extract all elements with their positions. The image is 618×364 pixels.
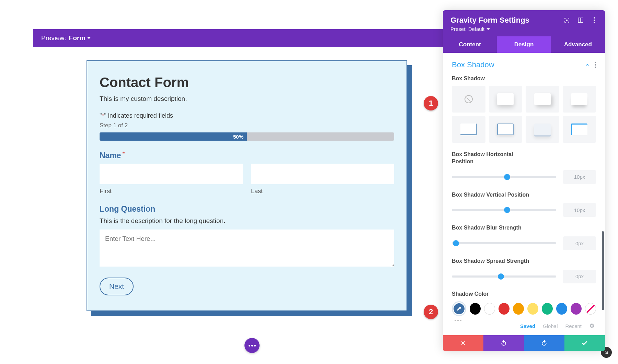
shadow-preset-4[interactable]	[452, 116, 485, 143]
preview-dropdown[interactable]: Form	[69, 34, 91, 42]
save-button[interactable]	[564, 335, 605, 351]
more-icon[interactable]	[591, 17, 597, 23]
shadow-preset-3[interactable]	[563, 86, 596, 113]
swatch-red[interactable]	[499, 303, 510, 315]
progress-pct: 50%	[233, 134, 243, 140]
settings-panel: Gravity Form Settings Preset: Default Co…	[443, 10, 605, 351]
spread-value[interactable]: 0px	[563, 270, 596, 283]
name-label: Name*	[100, 151, 394, 160]
last-name-input[interactable]	[251, 164, 394, 184]
panel-body: Box Shadow Box Shadow Box Shadow Horizon…	[443, 53, 605, 335]
panel-title: Gravity Form Settings	[450, 16, 529, 25]
layout-icon[interactable]	[577, 17, 584, 23]
preview-value: Form	[69, 34, 85, 42]
color-swatches	[452, 301, 596, 316]
swatch-blue[interactable]	[556, 303, 567, 315]
shadow-preset-6[interactable]	[526, 116, 559, 143]
shadow-preset-grid	[452, 86, 596, 143]
swatch-purple[interactable]	[571, 303, 582, 315]
swatch-white[interactable]	[484, 303, 495, 315]
collapse-icon[interactable]	[585, 62, 590, 67]
h-pos-slider[interactable]	[452, 176, 556, 178]
last-sublabel: Last	[251, 188, 394, 195]
next-button[interactable]: Next	[100, 278, 134, 295]
progress-bar: 50%	[100, 132, 394, 141]
svg-point-0	[566, 20, 568, 21]
lq-label: Long Question	[100, 204, 394, 214]
redo-button[interactable]	[524, 335, 564, 351]
color-picker-button[interactable]	[452, 301, 466, 316]
swatch-yellow[interactable]	[527, 303, 538, 315]
preview-label: Preview:	[41, 34, 66, 42]
shadow-preset-2[interactable]	[526, 86, 559, 113]
step-indicator: Step 1 of 2	[100, 122, 394, 129]
swatch-transparent[interactable]	[585, 303, 596, 315]
section-title[interactable]: Box Shadow	[452, 60, 494, 69]
panel-header: Gravity Form Settings Preset: Default	[443, 10, 605, 36]
name-sublabels: First Last	[100, 188, 394, 195]
spread-slider[interactable]	[452, 275, 556, 278]
box-shadow-label: Box Shadow	[452, 75, 596, 82]
more-colors-icon[interactable]	[455, 320, 596, 321]
shadow-preset-5[interactable]	[489, 116, 523, 143]
focus-icon[interactable]	[564, 17, 570, 23]
form-title: Contact Form	[100, 75, 394, 90]
callout-badge-1: 1	[424, 96, 438, 110]
shadow-color-label: Shadow Color	[452, 291, 596, 297]
gear-icon[interactable]	[589, 323, 595, 329]
color-tab-saved[interactable]: Saved	[520, 323, 535, 329]
chevron-down-icon	[87, 37, 91, 39]
shadow-preset-7[interactable]	[563, 116, 596, 143]
scrollbar[interactable]	[602, 231, 604, 310]
tab-advanced[interactable]: Advanced	[551, 36, 605, 53]
more-actions-button[interactable]	[244, 338, 260, 353]
section-more-icon[interactable]	[595, 62, 596, 68]
first-sublabel: First	[100, 188, 243, 195]
h-pos-value[interactable]: 10px	[563, 170, 596, 184]
color-tab-global[interactable]: Global	[543, 323, 558, 329]
lq-textarea[interactable]	[100, 230, 394, 267]
chevron-down-icon	[487, 28, 490, 30]
preview-bar: Preview: Form	[33, 29, 455, 47]
shadow-preset-none[interactable]	[452, 86, 485, 113]
callout-badge-2: 2	[424, 305, 438, 319]
form-card: Contact Form This is my custom descripti…	[87, 60, 407, 311]
v-pos-value[interactable]: 10px	[563, 203, 596, 217]
undo-button[interactable]	[483, 335, 524, 351]
blur-slider[interactable]	[452, 242, 556, 244]
color-tabs: Saved Global Recent	[452, 323, 596, 329]
slider-h-pos: Box Shadow Horizontal Position 10px	[452, 151, 596, 184]
form-preview: Contact Form This is my custom descripti…	[87, 60, 407, 311]
lq-description: This is the description for the long que…	[100, 217, 394, 225]
panel-tabs: Content Design Advanced	[443, 36, 605, 53]
slider-v-pos: Box Shadow Vertical Position 10px	[452, 191, 596, 217]
first-name-input[interactable]	[100, 164, 243, 184]
swatch-black[interactable]	[470, 303, 481, 315]
panel-footer	[443, 335, 605, 351]
blur-value[interactable]: 0px	[563, 236, 596, 250]
form-description: This is my custom description.	[100, 95, 394, 103]
tab-content[interactable]: Content	[443, 36, 497, 53]
none-icon	[465, 95, 473, 103]
name-row	[100, 164, 394, 184]
preset-dropdown[interactable]: Preset: Default	[450, 26, 490, 32]
eyedropper-icon	[456, 306, 462, 312]
tab-design[interactable]: Design	[497, 36, 551, 53]
slider-spread: Box Shadow Spread Strength 0px	[452, 258, 596, 283]
required-note: "*" indicates required fields	[100, 112, 394, 119]
v-pos-slider[interactable]	[452, 209, 556, 211]
swatch-green[interactable]	[542, 303, 553, 315]
color-tab-recent[interactable]: Recent	[565, 323, 582, 329]
progress-fill: 50%	[100, 132, 247, 141]
cancel-button[interactable]	[443, 335, 483, 351]
shadow-preset-1[interactable]	[489, 86, 523, 113]
swatch-orange[interactable]	[513, 303, 524, 315]
slider-blur: Box Shadow Blur Strength 0px	[452, 224, 596, 250]
